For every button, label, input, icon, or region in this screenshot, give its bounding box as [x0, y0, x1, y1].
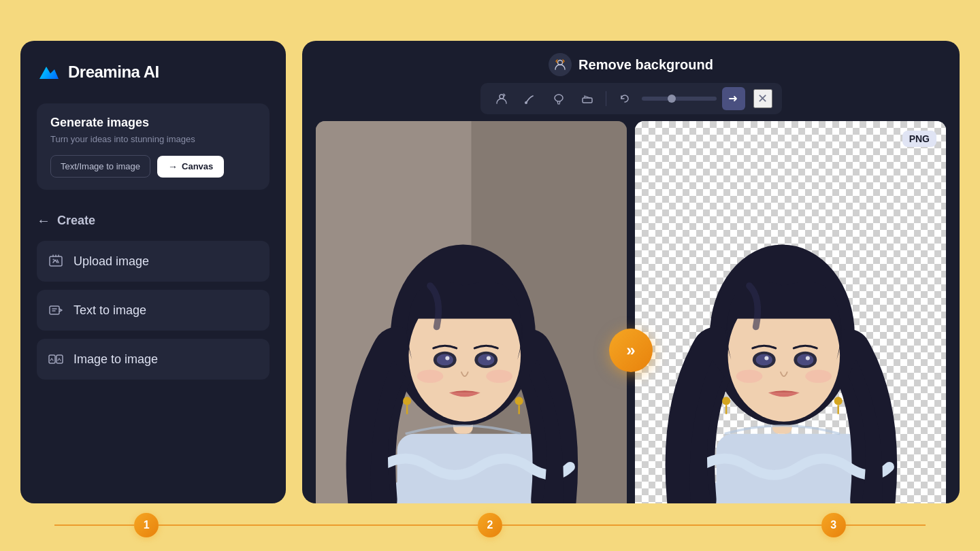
tool-person-button[interactable]	[490, 87, 513, 110]
svg-point-37	[764, 356, 768, 360]
svg-point-20	[478, 354, 494, 365]
sidebar-item-text-to-image[interactable]: Text to image	[37, 290, 270, 331]
logo-row: Dreamina AI	[37, 60, 270, 84]
svg-point-38	[806, 356, 810, 360]
main-container: Dreamina AI Generate images Turn your id…	[20, 27, 960, 524]
svg-point-22	[487, 356, 491, 360]
step-line-6	[846, 524, 926, 526]
svg-point-39	[736, 369, 763, 382]
slider-thumb	[668, 95, 676, 103]
svg-point-7	[525, 101, 527, 104]
generate-subtitle: Turn your ideas into stunning images	[50, 134, 256, 144]
apply-tool-button[interactable]	[722, 87, 745, 110]
step-line-2	[159, 524, 238, 526]
image-to-image-label: Image to image	[74, 352, 158, 367]
toolbar-divider	[606, 91, 606, 106]
step-3: 3	[821, 513, 846, 537]
svg-point-19	[437, 354, 453, 365]
app-title: Dreamina AI	[68, 63, 159, 82]
sidebar-item-image-to-image[interactable]: Image to image	[37, 339, 270, 380]
step-line-3	[238, 524, 478, 526]
canvas-button[interactable]: → Canvas	[157, 156, 224, 178]
image-to-image-icon	[48, 351, 64, 367]
svg-point-26	[515, 397, 523, 405]
tool-eraser-button[interactable]	[576, 87, 599, 110]
svg-point-23	[417, 369, 444, 382]
step-line-5	[742, 524, 821, 526]
right-panel: Remove background	[302, 41, 960, 503]
text-to-image-icon	[48, 302, 64, 318]
generate-buttons: Text/Image to image → Canvas	[50, 155, 256, 178]
original-image	[316, 121, 627, 503]
create-row[interactable]: ← Create	[37, 206, 270, 235]
right-panel-header: Remove background	[302, 41, 960, 76]
svg-point-6	[500, 95, 504, 99]
step-line-1	[54, 524, 134, 526]
logo-icon	[37, 60, 61, 84]
remove-bg-icon	[549, 53, 572, 76]
svg-rect-8	[583, 98, 592, 103]
arrow-icon: →	[168, 161, 178, 172]
generate-card: Generate images Turn your ideas into stu…	[37, 103, 270, 190]
upload-image-icon	[48, 253, 64, 269]
toolbar-inner: ✕	[480, 83, 782, 114]
image-area: »	[302, 121, 960, 503]
svg-point-21	[445, 356, 449, 360]
result-image: PNG	[635, 121, 946, 503]
conversion-arrow: »	[609, 329, 653, 372]
svg-point-24	[486, 369, 512, 382]
left-panel: Dreamina AI Generate images Turn your id…	[20, 41, 286, 503]
tool-undo-button[interactable]	[613, 87, 636, 110]
svg-point-1	[53, 259, 54, 261]
svg-point-42	[834, 397, 843, 405]
create-label: Create	[57, 214, 95, 228]
toolbar-container: ✕	[302, 76, 960, 121]
transparent-bg: PNG	[635, 121, 946, 503]
png-badge: PNG	[902, 131, 936, 147]
step-2: 2	[478, 513, 502, 537]
brush-size-slider[interactable]	[642, 97, 717, 101]
close-button[interactable]: ✕	[753, 89, 772, 108]
generate-title: Generate images	[50, 116, 256, 130]
svg-point-36	[797, 354, 813, 365]
tool-lasso-button[interactable]	[547, 87, 570, 110]
svg-point-35	[756, 354, 772, 365]
step-1: 1	[134, 513, 159, 537]
step-line-4	[502, 524, 742, 526]
text-to-image-label: Text to image	[74, 303, 146, 318]
remove-bg-title: Remove background	[578, 57, 713, 73]
svg-point-40	[805, 369, 832, 382]
back-arrow-icon: ←	[37, 213, 50, 229]
text-image-button[interactable]: Text/Image to image	[50, 155, 150, 178]
tool-brush-button[interactable]	[519, 87, 542, 110]
svg-point-25	[403, 397, 411, 405]
svg-point-41	[722, 397, 730, 405]
sidebar-item-upload-image[interactable]: Upload image	[37, 241, 270, 282]
steps-indicator: 1 2 3	[0, 513, 980, 537]
upload-image-label: Upload image	[74, 254, 149, 269]
remove-bg-title-row: Remove background	[549, 53, 713, 76]
svg-rect-2	[50, 306, 59, 314]
